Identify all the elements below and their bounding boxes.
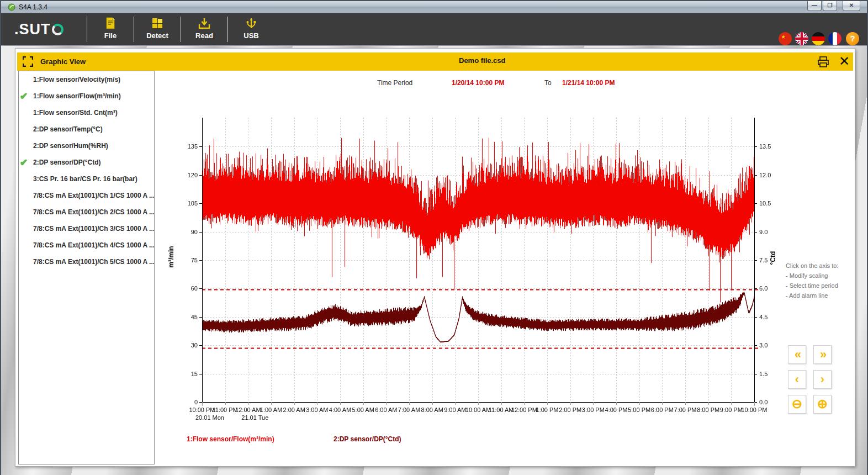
y-left-tick-label[interactable]: 60 — [179, 285, 198, 292]
read-button[interactable]: Read — [181, 14, 227, 44]
x-tick-label[interactable]: 11:00 PM — [213, 407, 238, 413]
channel-list-item[interactable]: 2:DP sensor/Temp(°C) — [19, 121, 154, 138]
channel-list-item[interactable]: 7/8:CS mA Ext(1001)/Ch 1/CS 1000 A ... — [19, 187, 154, 204]
nav-back-button[interactable]: ‹ — [788, 370, 806, 389]
y-left-tick-label[interactable]: 45 — [179, 314, 198, 320]
usb-button[interactable]: USB — [228, 14, 274, 44]
x-tick-label[interactable]: 5:00 PM — [628, 407, 650, 413]
channel-list-item-label: 2:DP sensor/Temp(°C) — [33, 125, 103, 133]
legend-dp: 2:DP sensor/DP(°Ctd) — [334, 435, 401, 443]
axis-help-item: - Modify scaling — [786, 271, 838, 281]
x-tick-label[interactable]: 4:00 PM — [605, 407, 628, 413]
france-flag-button[interactable] — [828, 32, 841, 45]
x-tick-label[interactable]: 10:00 PM — [741, 407, 767, 413]
y-right-tick-label[interactable]: 13.5 — [759, 143, 778, 150]
china-flag-button[interactable] — [779, 32, 792, 45]
close-view-icon[interactable]: ✕ — [839, 54, 850, 69]
file-icon — [104, 17, 117, 30]
minimize-button[interactable]: — — [807, 1, 822, 11]
x-tick-label[interactable]: 2:00 PM — [559, 407, 581, 413]
channel-list-item[interactable]: 3:CS Pr. 16 bar/CS Pr. 16 bar(bar) — [19, 171, 154, 187]
x-tick-label[interactable]: 7:00 AM — [398, 407, 420, 413]
nav-fast-forward-button[interactable]: » — [813, 345, 832, 364]
y-left-tick-label[interactable]: 75 — [179, 257, 198, 263]
channel-list-item[interactable]: 1:Flow sensor/Std. Cnt(m³) — [19, 104, 154, 121]
x-tick-label[interactable]: 10:00 PM — [189, 407, 215, 413]
maximize-button[interactable]: ❐ — [823, 1, 837, 11]
zoom-out-button[interactable]: ⊖ — [788, 395, 806, 414]
channel-list-item[interactable]: 7/8:CS mA Ext(1001)/Ch 5/CS 1000 A ... — [19, 254, 154, 270]
y-left-tick-label[interactable]: 105 — [179, 200, 198, 207]
nav-forward-button[interactable]: › — [813, 370, 832, 389]
time-period-to-label: To — [544, 79, 552, 87]
legend-flow: 1:Flow sensor/Flow(m³/min) — [187, 435, 274, 443]
x-tick-label[interactable]: 3:00 PM — [582, 407, 605, 413]
window-title: S4A 1.3.4 — [19, 3, 47, 11]
channel-list-item[interactable]: 7/8:CS mA Ext(1001)/Ch 4/CS 1000 A ... — [19, 237, 154, 254]
nav-fast-back-button[interactable]: « — [788, 345, 806, 364]
y-left-tick-label[interactable]: 15 — [179, 371, 198, 377]
x-day-label[interactable]: 21.01 Tue — [241, 414, 268, 421]
x-tick-label[interactable]: 3:00 AM — [306, 407, 328, 413]
help-button[interactable]: ? — [846, 32, 859, 45]
expand-icon[interactable] — [23, 56, 33, 67]
zoom-in-button[interactable]: ⊕ — [813, 395, 832, 414]
y-left-tick-label[interactable]: 90 — [179, 229, 198, 235]
time-period-label: Time Period — [377, 79, 412, 87]
y-right-tick-label[interactable]: 6.0 — [759, 285, 778, 292]
y-left-tick-label[interactable]: 0 — [179, 399, 198, 405]
x-tick-label[interactable]: 1:00 AM — [260, 407, 282, 413]
y-left-axis-title[interactable]: m³/min — [167, 246, 175, 267]
title-bar[interactable]: S4A 1.3.4 — ❐ ✕ — [1, 1, 867, 13]
x-tick-label[interactable]: 12:00 AM — [235, 407, 261, 413]
checkmark-icon: ✔ — [20, 88, 28, 105]
x-tick-label[interactable]: 6:00 AM — [375, 407, 397, 413]
y-left-tick-label[interactable]: 30 — [179, 342, 198, 349]
x-tick-label[interactable]: 6:00 PM — [651, 407, 674, 413]
channel-list-item-label: 7/8:CS mA Ext(1001)/Ch 4/CS 1000 A ... — [33, 241, 155, 249]
y-right-tick-label[interactable]: 1.5 — [759, 371, 778, 377]
x-tick-label[interactable]: 9:00 PM — [720, 407, 743, 413]
y-right-axis-title[interactable]: °Ctd — [769, 251, 777, 265]
x-tick-label[interactable]: 12:00 PM — [511, 407, 537, 413]
channel-list-item-label: 3:CS Pr. 16 bar/CS Pr. 16 bar(bar) — [33, 175, 137, 183]
x-tick-label[interactable]: 8:00 AM — [421, 407, 443, 413]
time-period-from[interactable]: 1/20/14 10:00 PM — [452, 79, 504, 87]
channel-list-item[interactable]: 7/8:CS mA Ext(1001)/Ch 3/CS 1000 A ... — [19, 220, 154, 237]
panel-header: Graphic View Demo file.csd ✕ — [17, 52, 853, 71]
uk-flag-button[interactable] — [795, 32, 808, 45]
x-tick-label[interactable]: 1:00 PM — [536, 407, 559, 413]
print-icon[interactable] — [817, 55, 830, 68]
channel-list-item[interactable]: 1:Flow sensor/Velocity(m/s) — [19, 71, 154, 88]
y-right-tick-label[interactable]: 3.0 — [759, 342, 778, 349]
channel-list-item[interactable]: 2:DP sensor/Hum(%RH) — [19, 138, 154, 154]
channel-list-item-label: 7/8:CS mA Ext(1001)/Ch 2/CS 1000 A ... — [33, 208, 155, 216]
usb-icon — [245, 17, 258, 30]
y-right-tick-label[interactable]: 9.0 — [759, 229, 778, 235]
y-right-tick-label[interactable]: 0.0 — [759, 399, 778, 405]
x-tick-label[interactable]: 8:00 PM — [697, 407, 719, 413]
x-tick-label[interactable]: 4:00 AM — [329, 407, 351, 413]
time-period-to[interactable]: 1/21/14 10:00 PM — [562, 79, 615, 87]
x-tick-label[interactable]: 10:00 AM — [465, 407, 491, 413]
file-button[interactable]: File — [87, 14, 134, 44]
chart-canvas[interactable] — [189, 112, 766, 424]
close-button[interactable]: ✕ — [843, 1, 860, 11]
channel-list-item[interactable]: ✔2:DP sensor/DP(°Ctd) — [19, 154, 154, 171]
y-left-tick-label[interactable]: 120 — [179, 172, 198, 178]
x-day-label[interactable]: 20.01 Mon — [195, 414, 224, 421]
y-left-tick-label[interactable]: 135 — [179, 143, 198, 150]
germany-flag-button[interactable] — [812, 32, 825, 45]
channel-list-item[interactable]: 7/8:CS mA Ext(1001)/Ch 2/CS 1000 A ... — [19, 204, 154, 220]
y-right-tick-label[interactable]: 10.5 — [759, 200, 778, 207]
detect-button[interactable]: Detect — [134, 14, 181, 44]
x-tick-label[interactable]: 2:00 AM — [283, 407, 305, 413]
x-tick-label[interactable]: 11:00 AM — [489, 407, 514, 413]
channel-list-item[interactable]: ✔1:Flow sensor/Flow(m³/min) — [19, 88, 154, 104]
x-tick-label[interactable]: 7:00 PM — [674, 407, 697, 413]
x-tick-label[interactable]: 9:00 AM — [444, 407, 466, 413]
app-background: Graphic View Demo file.csd ✕ 1:Flow sens… — [1, 46, 867, 475]
y-right-tick-label[interactable]: 4.5 — [759, 314, 778, 320]
x-tick-label[interactable]: 5:00 AM — [352, 407, 374, 413]
y-right-tick-label[interactable]: 12.0 — [759, 172, 778, 178]
